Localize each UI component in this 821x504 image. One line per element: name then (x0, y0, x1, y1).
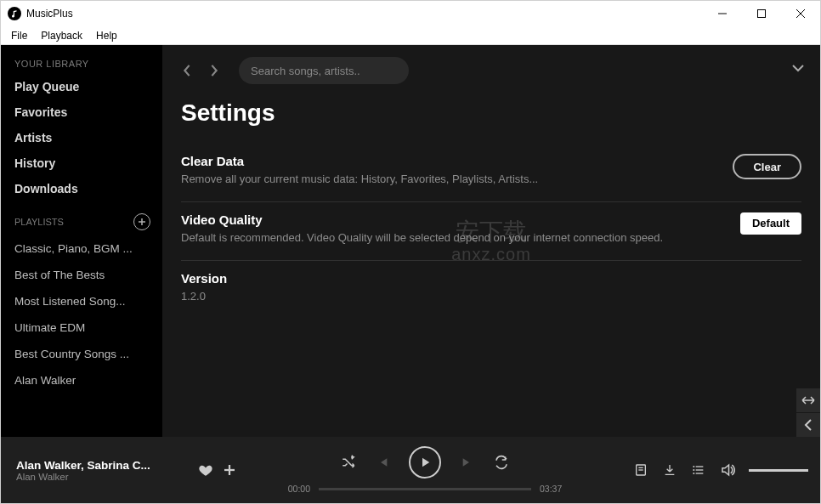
sidebar-item-artists[interactable]: Artists (1, 125, 162, 150)
favorite-button[interactable] (198, 462, 213, 478)
window-close-button[interactable] (781, 1, 820, 26)
playlist-item[interactable]: Ultimate EDM (1, 314, 162, 341)
shuffle-button[interactable] (341, 455, 356, 470)
version-value: 1.2.0 (181, 289, 791, 305)
volume-slider[interactable] (749, 469, 808, 472)
download-button[interactable] (662, 462, 677, 478)
svg-point-15 (693, 469, 694, 471)
playlist-item[interactable]: Classic, Piano, BGM ... (1, 235, 162, 262)
version-label: Version (181, 271, 791, 286)
next-button[interactable] (460, 455, 475, 470)
menu-playback[interactable]: Playback (34, 28, 89, 43)
svg-point-16 (693, 473, 694, 474)
collapse-button[interactable] (791, 60, 805, 76)
main-panel: Search songs, artists.. Settings Clear D… (162, 45, 820, 437)
add-playlist-button[interactable] (133, 213, 150, 230)
clear-button[interactable]: Clear (733, 154, 801, 179)
clear-data-desc: Remove all your current music data: Hist… (181, 172, 722, 188)
time-elapsed: 00:00 (288, 484, 310, 494)
toggle-width-button[interactable] (796, 388, 820, 412)
previous-button[interactable] (375, 455, 390, 470)
sidebar-item-favorites[interactable]: Favorites (1, 99, 162, 125)
queue-button[interactable] (691, 462, 706, 478)
volume-button[interactable] (720, 462, 735, 478)
svg-rect-1 (758, 10, 766, 18)
repeat-button[interactable] (494, 455, 509, 470)
sidebar-playlists-header: PLAYLISTS (14, 217, 64, 227)
play-button[interactable] (409, 446, 441, 479)
nav-forward-button[interactable] (205, 61, 224, 80)
search-input[interactable]: Search songs, artists.. (239, 57, 409, 84)
menubar: File Playback Help (1, 26, 820, 45)
playlist-item[interactable]: Most Listened Song... (1, 288, 162, 314)
menu-file[interactable]: File (4, 28, 34, 43)
setting-row-video-quality: Video Quality Default is recommended. Vi… (181, 202, 801, 261)
sidebar-item-history[interactable]: History (1, 150, 162, 176)
time-total: 03:37 (540, 484, 562, 494)
add-to-playlist-button[interactable] (222, 462, 237, 478)
setting-row-version: Version 1.2.0 (181, 261, 801, 319)
video-quality-button[interactable]: Default (740, 212, 801, 235)
collapse-right-button[interactable] (796, 413, 820, 437)
app-icon (8, 7, 21, 20)
playlist-item[interactable]: Alan Walker (1, 367, 162, 394)
video-quality-label: Video Quality (181, 212, 730, 227)
sidebar-item-downloads[interactable]: Downloads (1, 176, 162, 201)
window-minimize-button[interactable] (703, 1, 742, 26)
playlist-item[interactable]: Best of The Bests (1, 262, 162, 288)
sidebar: YOUR LIBRARY Play Queue Favorites Artist… (1, 45, 162, 437)
page-title: Settings (181, 99, 801, 127)
window-titlebar: MusicPlus (1, 1, 820, 26)
playlist-item[interactable]: Best Country Songs ... (1, 341, 162, 367)
svg-point-14 (693, 466, 694, 467)
sidebar-item-play-queue[interactable]: Play Queue (1, 74, 162, 99)
track-artist: Alan Walker (16, 472, 190, 482)
video-quality-desc: Default is recommended. Video Quality wi… (181, 230, 730, 246)
app-title: MusicPlus (26, 8, 73, 20)
window-maximize-button[interactable] (742, 1, 781, 26)
player-bar: Alan Walker, Sabrina C... Alan Walker 00… (1, 437, 820, 503)
setting-row-clear-data: Clear Data Remove all your current music… (181, 144, 801, 202)
progress-bar[interactable] (319, 488, 531, 490)
track-title: Alan Walker, Sabrina C... (16, 459, 190, 472)
menu-help[interactable]: Help (89, 28, 124, 43)
nav-back-button[interactable] (178, 61, 196, 80)
lyrics-button[interactable] (633, 462, 648, 478)
clear-data-label: Clear Data (181, 154, 722, 168)
sidebar-library-header: YOUR LIBRARY (1, 55, 162, 74)
